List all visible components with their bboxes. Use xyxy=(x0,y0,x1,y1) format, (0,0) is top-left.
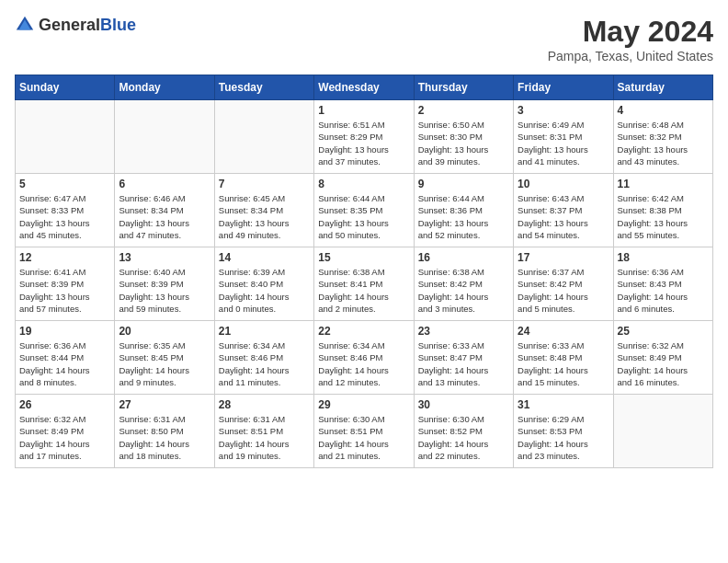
calendar-cell: 9Sunrise: 6:44 AM Sunset: 8:36 PM Daylig… xyxy=(414,174,513,247)
calendar-cell: 5Sunrise: 6:47 AM Sunset: 8:33 PM Daylig… xyxy=(16,174,115,247)
page-header: GeneralBlue May 2024 Pampa, Texas, Unite… xyxy=(15,15,713,63)
day-number: 30 xyxy=(418,398,509,411)
day-number: 12 xyxy=(19,251,110,264)
day-number: 26 xyxy=(19,398,110,411)
day-info: Sunrise: 6:48 AM Sunset: 8:32 PM Dayligh… xyxy=(618,119,709,167)
day-info: Sunrise: 6:30 AM Sunset: 8:51 PM Dayligh… xyxy=(318,413,409,462)
day-info: Sunrise: 6:38 AM Sunset: 8:41 PM Dayligh… xyxy=(318,266,409,315)
calendar-cell: 17Sunrise: 6:37 AM Sunset: 8:42 PM Dayli… xyxy=(514,247,613,321)
day-info: Sunrise: 6:41 AM Sunset: 8:39 PM Dayligh… xyxy=(19,266,110,315)
calendar-cell: 31Sunrise: 6:29 AM Sunset: 8:53 PM Dayli… xyxy=(514,395,613,468)
calendar-cell: 7Sunrise: 6:45 AM Sunset: 8:34 PM Daylig… xyxy=(214,174,313,247)
day-number: 13 xyxy=(119,251,210,264)
day-info: Sunrise: 6:39 AM Sunset: 8:40 PM Dayligh… xyxy=(219,266,310,315)
day-info: Sunrise: 6:32 AM Sunset: 8:49 PM Dayligh… xyxy=(19,413,110,462)
calendar-cell: 1Sunrise: 6:51 AM Sunset: 8:29 PM Daylig… xyxy=(314,100,414,174)
day-info: Sunrise: 6:44 AM Sunset: 8:35 PM Dayligh… xyxy=(318,192,409,241)
day-number: 28 xyxy=(219,398,310,411)
day-info: Sunrise: 6:38 AM Sunset: 8:42 PM Dayligh… xyxy=(418,266,509,315)
calendar-cell: 2Sunrise: 6:50 AM Sunset: 8:30 PM Daylig… xyxy=(414,100,513,174)
calendar-cell: 28Sunrise: 6:31 AM Sunset: 8:51 PM Dayli… xyxy=(214,395,313,468)
day-number: 9 xyxy=(418,178,509,190)
location-title: Pampa, Texas, United States xyxy=(548,49,713,63)
day-number: 27 xyxy=(119,398,210,411)
calendar-cell: 25Sunrise: 6:32 AM Sunset: 8:49 PM Dayli… xyxy=(613,321,712,395)
calendar-week-row: 12Sunrise: 6:41 AM Sunset: 8:39 PM Dayli… xyxy=(16,247,713,321)
day-info: Sunrise: 6:34 AM Sunset: 8:46 PM Dayligh… xyxy=(318,339,409,388)
day-info: Sunrise: 6:34 AM Sunset: 8:46 PM Dayligh… xyxy=(219,339,310,388)
logo: GeneralBlue xyxy=(15,15,136,35)
day-info: Sunrise: 6:36 AM Sunset: 8:43 PM Dayligh… xyxy=(618,266,709,315)
title-block: May 2024 Pampa, Texas, United States xyxy=(548,15,713,63)
day-info: Sunrise: 6:42 AM Sunset: 8:38 PM Dayligh… xyxy=(618,192,709,241)
calendar-cell: 18Sunrise: 6:36 AM Sunset: 8:43 PM Dayli… xyxy=(613,247,712,321)
calendar-table: SundayMondayTuesdayWednesdayThursdayFrid… xyxy=(15,75,713,468)
calendar-cell: 16Sunrise: 6:38 AM Sunset: 8:42 PM Dayli… xyxy=(414,247,513,321)
day-number: 31 xyxy=(518,398,609,411)
day-info: Sunrise: 6:51 AM Sunset: 8:29 PM Dayligh… xyxy=(318,119,409,167)
day-number: 15 xyxy=(318,251,409,264)
calendar-cell: 4Sunrise: 6:48 AM Sunset: 8:32 PM Daylig… xyxy=(613,100,712,174)
day-info: Sunrise: 6:33 AM Sunset: 8:47 PM Dayligh… xyxy=(418,339,509,388)
day-info: Sunrise: 6:36 AM Sunset: 8:44 PM Dayligh… xyxy=(19,339,110,388)
day-number: 10 xyxy=(518,178,609,190)
day-info: Sunrise: 6:47 AM Sunset: 8:33 PM Dayligh… xyxy=(19,192,110,241)
calendar-week-row: 26Sunrise: 6:32 AM Sunset: 8:49 PM Dayli… xyxy=(16,395,713,468)
day-number: 19 xyxy=(19,325,110,338)
day-number: 18 xyxy=(618,251,709,264)
day-info: Sunrise: 6:43 AM Sunset: 8:37 PM Dayligh… xyxy=(518,192,609,241)
calendar-week-row: 1Sunrise: 6:51 AM Sunset: 8:29 PM Daylig… xyxy=(16,100,713,174)
day-number: 17 xyxy=(518,251,609,264)
day-info: Sunrise: 6:30 AM Sunset: 8:52 PM Dayligh… xyxy=(418,413,509,462)
day-number: 5 xyxy=(19,178,110,190)
calendar-cell xyxy=(115,100,214,174)
logo-icon xyxy=(15,15,35,35)
column-header-monday: Monday xyxy=(115,75,214,100)
logo-text-blue: Blue xyxy=(100,16,136,34)
day-info: Sunrise: 6:40 AM Sunset: 8:39 PM Dayligh… xyxy=(119,266,210,315)
day-info: Sunrise: 6:50 AM Sunset: 8:30 PM Dayligh… xyxy=(418,119,509,167)
calendar-cell: 22Sunrise: 6:34 AM Sunset: 8:46 PM Dayli… xyxy=(314,321,414,395)
day-info: Sunrise: 6:44 AM Sunset: 8:36 PM Dayligh… xyxy=(418,192,509,241)
day-info: Sunrise: 6:31 AM Sunset: 8:51 PM Dayligh… xyxy=(219,413,310,462)
calendar-cell: 13Sunrise: 6:40 AM Sunset: 8:39 PM Dayli… xyxy=(115,247,214,321)
calendar-cell: 8Sunrise: 6:44 AM Sunset: 8:35 PM Daylig… xyxy=(314,174,414,247)
day-info: Sunrise: 6:29 AM Sunset: 8:53 PM Dayligh… xyxy=(518,413,609,462)
calendar-cell: 29Sunrise: 6:30 AM Sunset: 8:51 PM Dayli… xyxy=(314,395,414,468)
calendar-cell xyxy=(214,100,313,174)
calendar-week-row: 19Sunrise: 6:36 AM Sunset: 8:44 PM Dayli… xyxy=(16,321,713,395)
calendar-cell xyxy=(613,395,712,468)
calendar-cell: 14Sunrise: 6:39 AM Sunset: 8:40 PM Dayli… xyxy=(214,247,313,321)
day-info: Sunrise: 6:45 AM Sunset: 8:34 PM Dayligh… xyxy=(219,192,310,241)
calendar-cell: 11Sunrise: 6:42 AM Sunset: 8:38 PM Dayli… xyxy=(613,174,712,247)
column-header-friday: Friday xyxy=(514,75,613,100)
day-info: Sunrise: 6:49 AM Sunset: 8:31 PM Dayligh… xyxy=(518,119,609,167)
calendar-cell: 6Sunrise: 6:46 AM Sunset: 8:34 PM Daylig… xyxy=(115,174,214,247)
calendar-cell: 26Sunrise: 6:32 AM Sunset: 8:49 PM Dayli… xyxy=(16,395,115,468)
day-number: 23 xyxy=(418,325,509,338)
calendar-cell: 20Sunrise: 6:35 AM Sunset: 8:45 PM Dayli… xyxy=(115,321,214,395)
day-number: 8 xyxy=(318,178,409,190)
calendar-cell: 15Sunrise: 6:38 AM Sunset: 8:41 PM Dayli… xyxy=(314,247,414,321)
day-number: 25 xyxy=(618,325,709,338)
day-number: 2 xyxy=(418,104,509,117)
day-number: 29 xyxy=(318,398,409,411)
calendar-cell: 21Sunrise: 6:34 AM Sunset: 8:46 PM Dayli… xyxy=(214,321,313,395)
month-title: May 2024 xyxy=(548,15,713,49)
day-number: 3 xyxy=(518,104,609,117)
day-number: 4 xyxy=(618,104,709,117)
day-info: Sunrise: 6:33 AM Sunset: 8:48 PM Dayligh… xyxy=(518,339,609,388)
calendar-header-row: SundayMondayTuesdayWednesdayThursdayFrid… xyxy=(16,75,713,100)
day-info: Sunrise: 6:37 AM Sunset: 8:42 PM Dayligh… xyxy=(518,266,609,315)
day-info: Sunrise: 6:46 AM Sunset: 8:34 PM Dayligh… xyxy=(119,192,210,241)
calendar-cell: 12Sunrise: 6:41 AM Sunset: 8:39 PM Dayli… xyxy=(16,247,115,321)
day-number: 16 xyxy=(418,251,509,264)
logo-text-general: General xyxy=(39,16,100,34)
column-header-saturday: Saturday xyxy=(613,75,712,100)
day-number: 20 xyxy=(119,325,210,338)
day-number: 24 xyxy=(518,325,609,338)
calendar-cell: 24Sunrise: 6:33 AM Sunset: 8:48 PM Dayli… xyxy=(514,321,613,395)
day-number: 22 xyxy=(318,325,409,338)
calendar-cell: 10Sunrise: 6:43 AM Sunset: 8:37 PM Dayli… xyxy=(514,174,613,247)
day-number: 6 xyxy=(119,178,210,190)
